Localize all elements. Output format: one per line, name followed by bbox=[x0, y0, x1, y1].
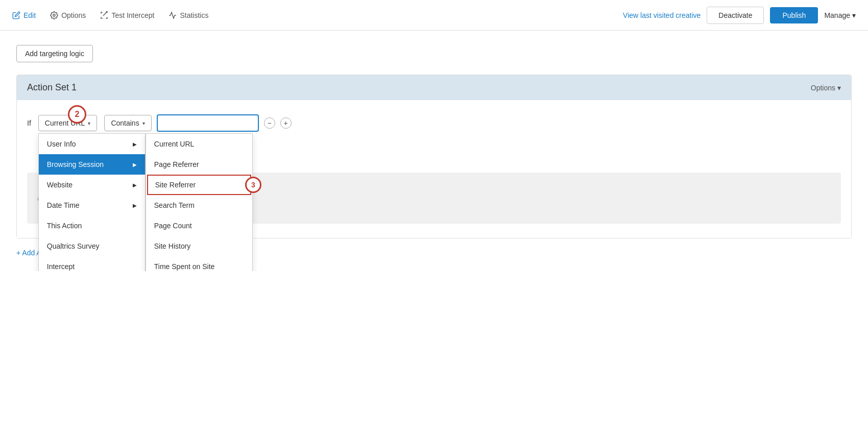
menu-item-website[interactable]: Website ▶ bbox=[39, 175, 145, 195]
current-url-menu-container: Current URL ▾ User Info ▶ Browsing Sessi… bbox=[38, 115, 98, 131]
step-2-badge: 2 bbox=[68, 105, 86, 124]
view-last-link[interactable]: View last visited creative bbox=[623, 11, 701, 19]
menu-item-date-time[interactable]: Date Time ▶ bbox=[39, 195, 145, 215]
submenu-arrow-icon: ▶ bbox=[133, 203, 137, 208]
chevron-down-icon: ▾ bbox=[837, 84, 841, 92]
submenu-arrow-icon: ▶ bbox=[133, 182, 137, 188]
if-label: If bbox=[27, 119, 31, 127]
action-set-body: 2 If Current URL ▾ User Info ▶ bbox=[17, 100, 851, 238]
topbar-left: Edit Options Test Intercept Statistics bbox=[12, 11, 607, 19]
submenu-arrow-icon: ▶ bbox=[133, 162, 137, 167]
submenu-item-time-spent[interactable]: Time Spent on Site bbox=[146, 256, 252, 271]
publish-button[interactable]: Publish bbox=[770, 7, 818, 23]
nav-options[interactable]: Options bbox=[50, 11, 86, 19]
contains-dropdown[interactable]: Contains ▾ bbox=[104, 115, 151, 131]
menu-item-qualtrics-survey[interactable]: Qualtrics Survey bbox=[39, 236, 145, 256]
action-set-options-button[interactable]: Options ▾ bbox=[811, 84, 841, 92]
menu-item-this-action[interactable]: This Action bbox=[39, 215, 145, 236]
menu-item-browsing-session[interactable]: Browsing Session ▶ bbox=[39, 154, 145, 175]
manage-button[interactable]: Manage ▾ bbox=[824, 11, 856, 19]
nav-statistics[interactable]: Statistics bbox=[168, 11, 208, 19]
chevron-down-icon: ▾ bbox=[852, 11, 856, 19]
action-set-1: Action Set 1 Options ▾ 2 If Current URL … bbox=[16, 75, 852, 238]
submenu-item-page-count[interactable]: Page Count bbox=[146, 215, 252, 236]
deactivate-button[interactable]: Deactivate bbox=[707, 7, 764, 24]
statistics-icon bbox=[168, 11, 177, 19]
current-url-dropdown[interactable]: Current URL ▾ bbox=[38, 115, 98, 131]
step-3-badge: 3 bbox=[245, 177, 261, 193]
submenu-item-page-referrer[interactable]: Page Referrer bbox=[146, 154, 252, 175]
topbar: Edit Options Test Intercept Statistics bbox=[0, 0, 868, 31]
nav-edit[interactable]: Edit bbox=[12, 11, 36, 19]
remove-condition-button[interactable]: − bbox=[264, 117, 275, 129]
gear-icon bbox=[50, 11, 58, 19]
url-input[interactable] bbox=[157, 114, 259, 132]
menu-item-user-info[interactable]: User Info ▶ bbox=[39, 134, 145, 154]
add-condition-button[interactable]: + bbox=[280, 117, 292, 129]
if-row: 2 If Current URL ▾ User Info ▶ bbox=[27, 114, 841, 132]
level1-menu: User Info ▶ Browsing Session ▶ Website ▶ bbox=[38, 133, 146, 271]
svg-point-0 bbox=[53, 14, 55, 16]
main-content: Add targeting logic Action Set 1 Options… bbox=[0, 31, 868, 271]
level2-menu: Current URL Page Referrer Site Referrer … bbox=[146, 133, 253, 271]
chevron-down-icon: ▾ bbox=[88, 120, 90, 126]
submenu-item-site-history[interactable]: Site History bbox=[146, 236, 252, 256]
submenu-arrow-icon: ▶ bbox=[133, 141, 137, 147]
submenu-item-current-url[interactable]: Current URL bbox=[146, 134, 252, 154]
nav-test-intercept[interactable]: Test Intercept bbox=[100, 11, 154, 19]
topbar-right: View last visited creative Deactivate Pu… bbox=[623, 7, 856, 24]
test-intercept-icon bbox=[100, 11, 108, 19]
add-targeting-button[interactable]: Add targeting logic bbox=[16, 45, 93, 62]
submenu-item-search-term[interactable]: Search Term bbox=[146, 195, 252, 215]
action-set-header: Action Set 1 Options ▾ bbox=[17, 75, 851, 100]
chevron-down-icon: ▾ bbox=[142, 120, 145, 126]
submenu-item-site-referrer[interactable]: Site Referrer 3 bbox=[147, 175, 251, 195]
menu-item-intercept[interactable]: Intercept bbox=[39, 256, 145, 271]
edit-icon bbox=[12, 11, 20, 19]
action-set-title: Action Set 1 bbox=[27, 82, 77, 93]
